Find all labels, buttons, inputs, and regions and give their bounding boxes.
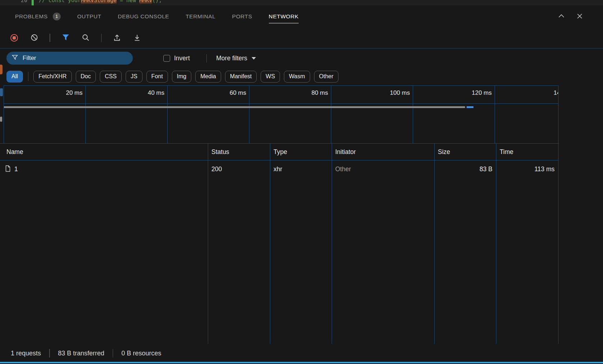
column-header-initiator[interactable]: Initiator <box>332 144 434 160</box>
timeline-column: 100 ms <box>331 86 413 143</box>
request-row-initiator-cell[interactable]: Other <box>332 160 434 178</box>
filter-toggle-button[interactable] <box>61 33 70 43</box>
timeline-column: 140 ms <box>495 86 558 143</box>
request-row-time-cell[interactable]: 113 ms <box>496 160 558 178</box>
search-highlight: MMKVStorage <box>81 0 116 4</box>
record-network-log-button[interactable] <box>9 33 19 43</box>
column-header-type[interactable]: Type <box>270 144 332 160</box>
timeline-column: 40 ms <box>86 86 168 143</box>
chip-separator <box>28 72 29 81</box>
chip-all[interactable]: All <box>6 71 23 83</box>
resource-type-filter-chips: All Fetch/XHR Doc CSS JS Font Img Media … <box>0 69 603 84</box>
column-header-time[interactable]: Time <box>496 144 558 160</box>
editor-code-strip: 20 // const yourMMKVStorage = new MMKV()… <box>0 0 603 5</box>
chip-ws[interactable]: WS <box>261 71 280 83</box>
problems-count-badge: 1 <box>53 13 61 20</box>
network-toolbar <box>0 28 603 48</box>
tab-network[interactable]: NETWORK <box>269 5 299 28</box>
code-text: // const your <box>39 0 81 4</box>
timeline-tick-label: 120 ms <box>472 89 492 97</box>
code-text: = new <box>117 0 139 4</box>
checkbox-box <box>163 55 170 62</box>
tab-debug-console[interactable]: DEBUG CONSOLE <box>118 5 169 28</box>
funnel-icon <box>12 55 18 62</box>
more-filters-label: More filters <box>216 55 247 62</box>
request-name: 1 <box>14 165 18 173</box>
line-number: 20 <box>21 0 27 4</box>
funnel-filter-icon <box>62 34 70 42</box>
import-har-button[interactable] <box>112 33 122 43</box>
filter-separator <box>206 54 207 62</box>
maximize-panel-button[interactable] <box>557 12 565 21</box>
export-har-button[interactable] <box>132 33 142 43</box>
search-icon <box>82 34 89 42</box>
chip-media[interactable]: Media <box>195 71 221 83</box>
close-panel-button[interactable] <box>576 13 583 21</box>
timeline-tick-label: 140 ms <box>553 89 558 97</box>
search-highlight: MMKV <box>139 0 152 4</box>
request-row-size-cell[interactable]: 83 B <box>435 160 496 178</box>
timeline-tick-label: 60 ms <box>230 89 246 97</box>
tab-label: TERMINAL <box>186 13 215 20</box>
vscode-bottom-panel: 20 // const yourMMKVStorage = new MMKV()… <box>0 0 603 364</box>
toolbar-separator <box>50 34 50 42</box>
panel-tabbar: PROBLEMS 1 OUTPUT DEBUG CONSOLE TERMINAL… <box>0 5 603 28</box>
tab-ports[interactable]: PORTS <box>232 5 252 28</box>
chip-img[interactable]: Img <box>172 71 192 83</box>
chip-doc[interactable]: Doc <box>76 71 96 83</box>
network-timeline-overview[interactable]: 20 ms 40 ms 60 ms 80 ms 100 ms 120 ms 14… <box>4 85 558 143</box>
summary-separator <box>49 349 50 358</box>
request-row-status-cell[interactable]: 200 <box>208 160 270 178</box>
search-network-button[interactable] <box>81 33 90 43</box>
chip-css[interactable]: CSS <box>100 71 122 83</box>
chip-js[interactable]: JS <box>126 71 142 83</box>
invert-filter-checkbox[interactable]: Invert <box>163 55 190 62</box>
request-row-type-cell[interactable]: xhr <box>270 160 332 178</box>
column-header-name[interactable]: Name <box>0 144 208 160</box>
clear-icon <box>31 34 38 42</box>
summary-separator <box>113 349 113 358</box>
tab-label: DEBUG CONSOLE <box>118 13 169 20</box>
tab-problems[interactable]: PROBLEMS 1 <box>15 5 61 28</box>
upload-icon <box>113 33 121 42</box>
overview-elapsed-bar <box>4 106 465 108</box>
request-row-name-cell[interactable]: 1 <box>0 160 208 178</box>
filter-bar: Filter Invert More filters <box>0 49 603 67</box>
tab-label: OUTPUT <box>77 13 101 20</box>
column-name: Name 1 <box>0 144 208 344</box>
filter-input[interactable]: Filter <box>6 52 133 65</box>
column-initiator: Initiator Other <box>332 144 435 344</box>
timeline-grid: 20 ms 40 ms 60 ms 80 ms 100 ms 120 ms 14… <box>4 86 558 143</box>
timeline-tick-label: 80 ms <box>312 89 328 97</box>
code-line: // const yourMMKVStorage = new MMKV(); <box>39 0 162 4</box>
chip-fetch-xhr[interactable]: Fetch/XHR <box>33 71 71 83</box>
resources-size: 0 B resources <box>121 350 161 357</box>
column-header-size[interactable]: Size <box>435 144 496 160</box>
clipped-editor-marker <box>0 65 3 74</box>
tab-label: NETWORK <box>269 13 299 20</box>
chip-manifest[interactable]: Manifest <box>225 71 257 83</box>
clear-network-log-button[interactable] <box>29 33 39 43</box>
code-text: (); <box>152 0 162 4</box>
chip-wasm[interactable]: Wasm <box>284 71 310 83</box>
tab-output[interactable]: OUTPUT <box>77 5 101 28</box>
tab-label: PORTS <box>232 13 252 20</box>
tab-terminal[interactable]: TERMINAL <box>186 5 215 28</box>
column-status: Status 200 <box>208 144 270 344</box>
chip-font[interactable]: Font <box>146 71 168 83</box>
overview-request-bar <box>467 106 473 108</box>
toolbar-separator <box>101 34 102 42</box>
timeline-header-divider <box>4 103 558 104</box>
column-header-status[interactable]: Status <box>208 144 270 160</box>
clipped-edge-element <box>0 117 2 122</box>
chevron-up-icon <box>557 12 565 21</box>
git-added-gutter-bar <box>32 0 34 5</box>
transferred-size: 83 B transferred <box>58 350 104 357</box>
invert-label: Invert <box>174 55 190 62</box>
network-summary-bar: 1 requests 83 B transferred 0 B resource… <box>0 344 603 363</box>
chip-other[interactable]: Other <box>314 71 338 83</box>
more-filters-dropdown[interactable]: More filters <box>216 55 256 62</box>
column-size: Size 83 B <box>435 144 496 344</box>
timeline-column: 80 ms <box>249 86 331 143</box>
timeline-tick-label: 100 ms <box>390 89 410 97</box>
